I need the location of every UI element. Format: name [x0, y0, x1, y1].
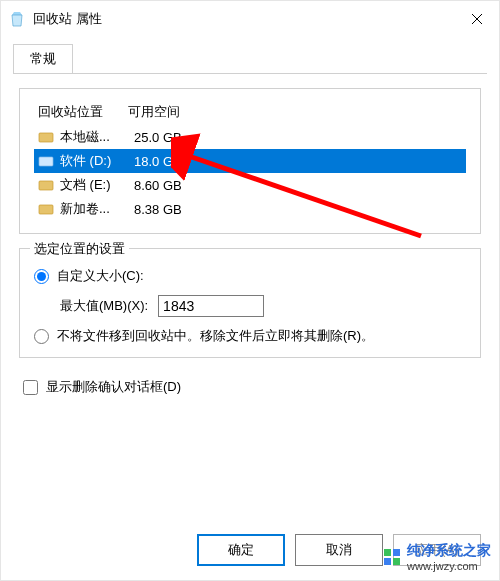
table-row[interactable]: 软件 (D:) 18.0 GB [34, 149, 466, 173]
svg-rect-7 [384, 558, 391, 565]
watermark-logo-icon [383, 548, 401, 566]
table-row[interactable]: 新加卷... 8.38 GB [34, 197, 466, 221]
drive-space: 8.38 GB [134, 202, 462, 217]
svg-rect-8 [393, 558, 400, 565]
cancel-button[interactable]: 取消 [295, 534, 383, 566]
drive-label: 文档 (E:) [60, 176, 128, 194]
drive-space: 8.60 GB [134, 178, 462, 193]
watermark: 纯净系统之家 www.jwzy.com [383, 542, 491, 572]
tab-general[interactable]: 常规 [13, 44, 73, 73]
window-title: 回收站 属性 [33, 10, 455, 28]
close-button[interactable] [455, 1, 499, 37]
ok-button[interactable]: 确定 [197, 534, 285, 566]
settings-legend: 选定位置的设置 [30, 240, 129, 258]
svg-rect-5 [384, 549, 391, 556]
max-size-label: 最大值(MB)(X): [60, 297, 148, 315]
settings-group: 选定位置的设置 自定义大小(C): 最大值(MB)(X): 不将文件移到回收站中… [19, 248, 481, 358]
location-table-header: 回收站位置 可用空间 [34, 99, 466, 125]
properties-dialog: 回收站 属性 常规 回收站位置 可用空间 本地磁... 25.0 GB 软件 (… [0, 0, 500, 581]
radio-do-not-move-label: 不将文件移到回收站中。移除文件后立即将其删除(R)。 [57, 327, 374, 345]
drive-icon [38, 201, 54, 217]
confirm-checkbox[interactable]: 显示删除确认对话框(D) [23, 378, 477, 396]
drive-icon [38, 177, 54, 193]
confirm-checkbox-input[interactable] [23, 380, 38, 395]
drive-icon [38, 153, 54, 169]
radio-custom-size[interactable]: 自定义大小(C): [34, 267, 466, 285]
radio-custom-size-input[interactable] [34, 269, 49, 284]
radio-do-not-move[interactable]: 不将文件移到回收站中。移除文件后立即将其删除(R)。 [34, 327, 466, 345]
radio-do-not-move-input[interactable] [34, 329, 49, 344]
table-row[interactable]: 本地磁... 25.0 GB [34, 125, 466, 149]
svg-rect-1 [39, 157, 53, 166]
radio-custom-size-label: 自定义大小(C): [57, 267, 144, 285]
drive-icon [38, 129, 54, 145]
drive-label: 新加卷... [60, 200, 128, 218]
max-size-input[interactable] [158, 295, 264, 317]
title-bar: 回收站 属性 [1, 1, 499, 37]
header-space: 可用空间 [128, 103, 462, 121]
recycle-bin-icon [9, 11, 25, 27]
watermark-brand: 纯净系统之家 [407, 542, 491, 558]
drive-space: 18.0 GB [134, 154, 462, 169]
header-location: 回收站位置 [38, 103, 128, 121]
table-row[interactable]: 文档 (E:) 8.60 GB [34, 173, 466, 197]
drive-space: 25.0 GB [134, 130, 462, 145]
svg-rect-6 [393, 549, 400, 556]
confirm-checkbox-label: 显示删除确认对话框(D) [46, 378, 181, 396]
drive-label: 本地磁... [60, 128, 128, 146]
tab-bar: 常规 [1, 37, 499, 74]
close-icon [471, 13, 483, 25]
svg-rect-3 [39, 205, 53, 214]
location-group: 回收站位置 可用空间 本地磁... 25.0 GB 软件 (D:) 18.0 G… [19, 88, 481, 234]
drive-label: 软件 (D:) [60, 152, 128, 170]
svg-rect-0 [39, 133, 53, 142]
svg-rect-2 [39, 181, 53, 190]
watermark-url: www.jwzy.com [407, 560, 491, 572]
